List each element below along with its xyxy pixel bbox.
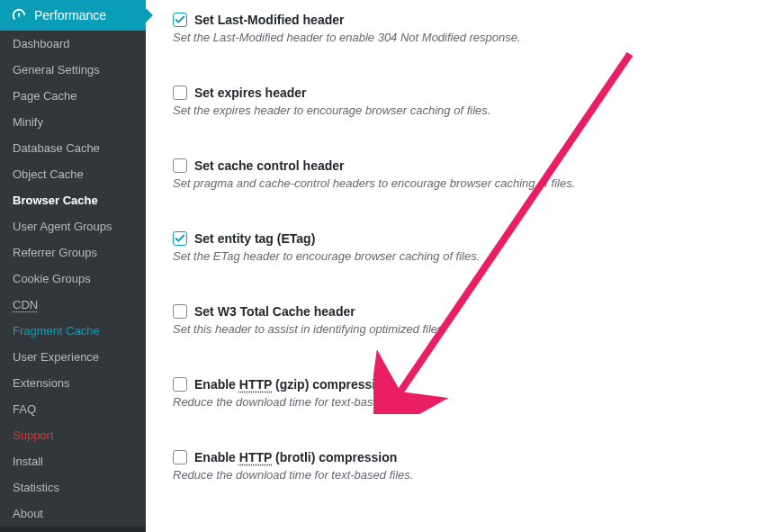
checkbox[interactable]: [173, 13, 187, 27]
option-description: Reduce the download time for text-based …: [173, 468, 746, 482]
option-row[interactable]: Set expires header: [173, 86, 746, 100]
sidebar-item-statistics[interactable]: Statistics: [0, 474, 146, 500]
sidebar-item-support[interactable]: Support: [0, 422, 146, 448]
option-label-text: (gzip) compression: [272, 377, 391, 392]
option-row[interactable]: Set W3 Total Cache header: [173, 304, 746, 319]
option-description: Set the ETag header to encourage browser…: [173, 249, 746, 263]
option-block: Set Last-Modified headerSet the Last-Mod…: [173, 13, 746, 44]
option-label-text: (brotli) compression: [272, 450, 397, 464]
sidebar-item-object-cache[interactable]: Object Cache: [0, 161, 146, 187]
option-block: Set entity tag (ETag)Set the ETag header…: [173, 231, 746, 263]
sidebar-item-install[interactable]: Install: [0, 448, 146, 474]
sidebar-header-label: Performance: [34, 8, 106, 23]
checkbox[interactable]: [173, 158, 187, 173]
option-row[interactable]: Enable HTTP (gzip) compression: [173, 377, 746, 392]
main-content: Set Last-Modified headerSet the Last-Mod…: [146, 0, 764, 532]
checkbox[interactable]: [173, 86, 187, 100]
sidebar-item-about[interactable]: About: [0, 500, 146, 527]
sidebar-item-dashboard[interactable]: Dashboard: [0, 31, 146, 57]
sidebar-item-fragment-cache[interactable]: Fragment Cache: [0, 318, 146, 344]
option-description: Set pragma and cache-control headers to …: [173, 176, 746, 190]
option-row[interactable]: Set entity tag (ETag): [173, 231, 746, 246]
option-label-text: Enable: [194, 450, 239, 464]
option-label-abbr: HTTP: [239, 377, 272, 392]
option-block: Enable HTTP (brotli) compressionReduce t…: [173, 450, 746, 482]
option-label-text: Set cache control header: [194, 158, 345, 173]
sidebar-item-faq[interactable]: FAQ: [0, 396, 146, 422]
sidebar-item-page-cache[interactable]: Page Cache: [0, 83, 146, 109]
option-label-abbr: HTTP: [239, 450, 272, 464]
option-block: Set expires headerSet the expires header…: [173, 86, 746, 117]
checkbox[interactable]: [173, 450, 187, 464]
option-label-text: Set W3 Total Cache header: [194, 304, 355, 319]
option-description: Set the Last-Modified header to enable 3…: [173, 31, 746, 44]
option-label: Set cache control header: [194, 158, 345, 173]
sidebar-item-extensions[interactable]: Extensions: [0, 370, 146, 396]
checkbox[interactable]: [173, 304, 187, 319]
option-description: Reduce the download time for text-based …: [173, 395, 746, 409]
option-label: Set W3 Total Cache header: [194, 304, 355, 319]
option-row[interactable]: Enable HTTP (brotli) compression: [173, 450, 746, 464]
option-label: Set entity tag (ETag): [194, 231, 315, 246]
option-description: Set the expires header to encourage brow…: [173, 104, 746, 117]
option-block: Set cache control headerSet pragma and c…: [173, 158, 746, 190]
checkbox[interactable]: [173, 231, 187, 246]
option-label: Set expires header: [194, 86, 307, 100]
sidebar-item-general-settings[interactable]: General Settings: [0, 57, 146, 83]
option-row[interactable]: Set cache control header: [173, 158, 746, 173]
sidebar-item-database-cache[interactable]: Database Cache: [0, 135, 146, 161]
sidebar-item-user-experience[interactable]: User Experience: [0, 344, 146, 370]
option-label-text: Set Last-Modified header: [194, 13, 344, 27]
sidebar-item-referrer-groups[interactable]: Referrer Groups: [0, 239, 146, 266]
sidebar-item-cdn[interactable]: CDN: [0, 292, 146, 318]
gauge-icon: [11, 7, 27, 23]
option-label-text: Set entity tag (ETag): [194, 231, 315, 246]
option-row[interactable]: Set Last-Modified header: [173, 13, 746, 27]
sidebar-item-minify[interactable]: Minify: [0, 109, 146, 135]
sidebar-item-browser-cache[interactable]: Browser Cache: [0, 187, 146, 213]
option-label: Set Last-Modified header: [194, 13, 344, 27]
option-block: Enable HTTP (gzip) compressionReduce the…: [173, 377, 746, 409]
option-label-text: Set expires header: [194, 86, 307, 100]
checkbox[interactable]: [173, 377, 187, 392]
sidebar-header[interactable]: Performance: [0, 0, 146, 31]
option-block: Set W3 Total Cache headerSet this header…: [173, 304, 746, 336]
sidebar-items: DashboardGeneral SettingsPage CacheMinif…: [0, 31, 146, 527]
sidebar-item-user-agent-groups[interactable]: User Agent Groups: [0, 213, 146, 239]
option-label-text: Enable: [194, 377, 239, 392]
sidebar: Performance DashboardGeneral SettingsPag…: [0, 0, 146, 532]
sidebar-item-cookie-groups[interactable]: Cookie Groups: [0, 266, 146, 292]
option-label: Enable HTTP (brotli) compression: [194, 450, 397, 464]
option-label: Enable HTTP (gzip) compression: [194, 377, 391, 392]
option-description: Set this header to assist in identifying…: [173, 322, 746, 336]
